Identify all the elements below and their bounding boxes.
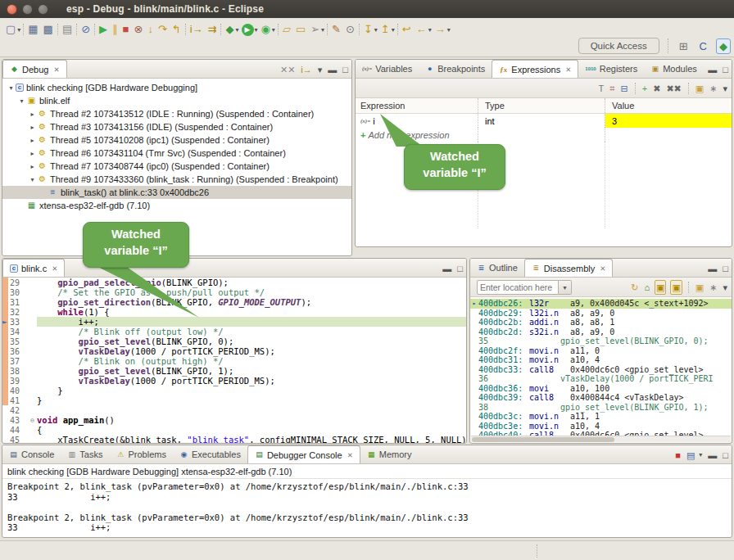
tree-item[interactable]: ▾cblink checking [GDB Hardware Debugging… xyxy=(2,81,351,94)
tab-modules[interactable]: ▣Modules xyxy=(644,60,704,78)
maximize-icon[interactable]: □ xyxy=(722,449,729,462)
forward-icon[interactable]: → xyxy=(433,21,448,38)
tab-debugger-console[interactable]: ▤Debugger Console✕ xyxy=(247,445,360,463)
view-menu-icon[interactable]: ▾ xyxy=(722,82,728,95)
view-menu-icon[interactable]: ▾ xyxy=(317,63,324,76)
pin-down-icon[interactable]: ↧ xyxy=(361,21,375,38)
console-output[interactable]: Breakpoint 2, blink_task (pvParameter=0x… xyxy=(2,479,732,535)
pin-view-icon[interactable]: ∗ xyxy=(709,82,718,95)
new-view-icon[interactable]: ▣ xyxy=(695,281,705,294)
instruction-stepping-mode-icon[interactable]: i→ xyxy=(300,63,312,76)
close-tab-icon[interactable]: ✕ xyxy=(600,264,605,273)
use-step-filters-icon[interactable]: ⇉ xyxy=(206,21,220,38)
quick-access-button[interactable]: Quick Access xyxy=(578,38,659,54)
location-dropdown-icon[interactable]: ▼ xyxy=(559,280,572,295)
tree-item[interactable]: ≡blink_task() at blink.c:33 0x400dbc26 xyxy=(2,186,351,199)
debug-launch-tree[interactable]: ▾cblink checking [GDB Hardware Debugging… xyxy=(2,79,351,212)
back-dropdown[interactable]: ▾ xyxy=(428,26,432,34)
pin-up-icon[interactable]: ↥ xyxy=(378,21,392,38)
tree-item[interactable]: ▸⚙Thread #3 1073413156 (IDLE) (Suspended… xyxy=(2,120,351,133)
annotate-icon[interactable]: ✎ xyxy=(329,21,343,38)
debug-perspective-icon[interactable]: ◆ xyxy=(716,38,731,54)
minimize-icon[interactable]: ▬ xyxy=(327,63,338,76)
close-tab-icon[interactable]: ✕ xyxy=(53,65,59,74)
tree-item[interactable]: ▸⚙Thread #7 1073408744 (ipc0) (Suspended… xyxy=(2,160,351,173)
open-element-icon[interactable]: ▱ xyxy=(280,21,293,38)
tree-item[interactable]: ▾▣blink.elf xyxy=(2,94,351,107)
last-edit-location-icon[interactable]: ↩ xyxy=(400,21,414,38)
instruction-stepping-icon[interactable]: i→ xyxy=(188,21,206,38)
open-perspective-icon[interactable]: ⊞ xyxy=(677,39,691,53)
pin-up-dropdown[interactable]: ▾ xyxy=(392,26,395,34)
fold-minus-icon[interactable]: ⊖ xyxy=(28,417,37,424)
maximize-button[interactable] xyxy=(38,4,48,15)
terminate-console-icon[interactable]: ■ xyxy=(674,449,682,462)
expander-icon[interactable]: ▸ xyxy=(28,111,37,118)
display-selected-console-icon[interactable]: ▤ xyxy=(686,449,695,462)
maximize-icon[interactable]: □ xyxy=(342,63,349,76)
code-editor[interactable]: 29 gpio_pad_select_gpio(BLINK_GPIO);30 /… xyxy=(2,278,466,444)
tree-item[interactable]: ▸⚙Thread #2 1073413512 (IDLE : Running) … xyxy=(2,107,351,120)
tab-problems[interactable]: ⚠Problems xyxy=(109,445,172,463)
remove-expression-icon[interactable]: ✖ xyxy=(652,82,661,95)
tab-console[interactable]: ▤Console xyxy=(2,445,61,463)
close-tab-icon[interactable]: ✕ xyxy=(52,264,57,273)
tab-executables[interactable]: ◉Executables xyxy=(173,445,247,463)
minimize-icon[interactable]: ▬ xyxy=(442,262,452,275)
close-tab-icon[interactable]: ✕ xyxy=(347,451,353,459)
save-all-icon[interactable]: ▩ xyxy=(41,21,56,38)
display-selected-console-dropdown[interactable]: ▾ xyxy=(699,451,702,458)
resume-icon[interactable]: ▶ xyxy=(97,21,110,38)
flash-download-dropdown[interactable]: ▾ xyxy=(321,26,324,34)
suspend-icon[interactable]: ∥ xyxy=(110,21,120,38)
tree-item[interactable]: ▦xtensa-esp32-elf-gdb (7.10) xyxy=(2,199,351,212)
expression-row[interactable]: (x)= i int 3 xyxy=(356,114,732,128)
column-value[interactable]: Value xyxy=(605,98,732,113)
tree-item[interactable]: ▸⚙Thread #6 1073431104 (Tmr Svc) (Suspen… xyxy=(2,147,351,160)
column-expression[interactable]: Expression xyxy=(356,98,478,113)
close-tab-icon[interactable]: ✕ xyxy=(565,65,571,74)
run-dropdown[interactable]: ▾ xyxy=(255,26,258,34)
tab-debug[interactable]: ◆Debug✕ xyxy=(2,60,67,78)
maximize-icon[interactable]: □ xyxy=(722,63,729,76)
remove-all-expressions-icon[interactable]: ✖✖ xyxy=(665,82,682,95)
refresh-icon[interactable]: ↻ xyxy=(630,281,639,294)
tab-outline[interactable]: ≣Outline xyxy=(470,259,524,277)
expander-icon[interactable]: ▸ xyxy=(28,124,37,131)
tab-breakpoints[interactable]: ●Breakpoints xyxy=(419,60,492,78)
step-return-icon[interactable]: ↰ xyxy=(170,21,184,38)
tab-expressions[interactable]: ƒxExpressions✕ xyxy=(492,60,578,78)
terminate-icon[interactable]: ■ xyxy=(120,21,132,38)
disconnect-icon[interactable]: ⊗ xyxy=(131,21,145,38)
disassembly-listing[interactable]: ▸400dbc26:l32ra9, 0x400d045c <_stext+109… xyxy=(470,297,732,438)
follow-pc-icon[interactable]: ▣ xyxy=(655,280,666,295)
maximize-icon[interactable]: □ xyxy=(456,262,464,275)
snapshot-icon[interactable]: ⊙ xyxy=(343,21,357,38)
tab-memory[interactable]: ▦Memory xyxy=(360,445,419,463)
expander-icon[interactable]: ▸ xyxy=(28,163,37,170)
breakpoint-icon[interactable]: ► xyxy=(2,317,7,327)
show-type-names-icon[interactable]: T xyxy=(598,82,605,95)
flash-download-icon[interactable]: ➢ xyxy=(308,21,322,38)
maximize-icon[interactable]: □ xyxy=(722,262,729,275)
minimize-icon[interactable]: ▬ xyxy=(707,63,718,76)
minimize-button[interactable] xyxy=(22,4,33,15)
step-into-icon[interactable]: ↓ xyxy=(145,21,156,38)
remove-all-terminated-icon[interactable]: ✕✕ xyxy=(279,63,296,76)
debug-icon[interactable]: ◆ xyxy=(223,21,236,38)
horizontal-scrollbar[interactable] xyxy=(471,436,731,442)
expander-icon[interactable]: ▸ xyxy=(28,137,37,144)
add-expression-icon[interactable]: + xyxy=(641,82,648,95)
expander-icon[interactable]: ▾ xyxy=(28,176,37,183)
tree-item[interactable]: ▾⚙Thread #9 1073433360 (blink_task : Run… xyxy=(2,173,351,186)
open-resource-icon[interactable]: ▭ xyxy=(293,21,308,38)
collapse-all-icon[interactable]: ⊟ xyxy=(620,82,629,95)
profile-dropdown[interactable]: ▾ xyxy=(272,26,275,34)
location-input[interactable] xyxy=(477,280,559,295)
close-button[interactable] xyxy=(7,4,17,15)
new-view-icon[interactable]: ▣ xyxy=(695,82,705,95)
show-logical-structure-icon[interactable]: ⌗ xyxy=(609,82,615,95)
new-wizard-dropdown[interactable]: ▾ xyxy=(17,26,20,34)
cpp-perspective-icon[interactable]: C xyxy=(697,39,709,53)
pin-view-icon[interactable]: ∗ xyxy=(709,281,718,294)
